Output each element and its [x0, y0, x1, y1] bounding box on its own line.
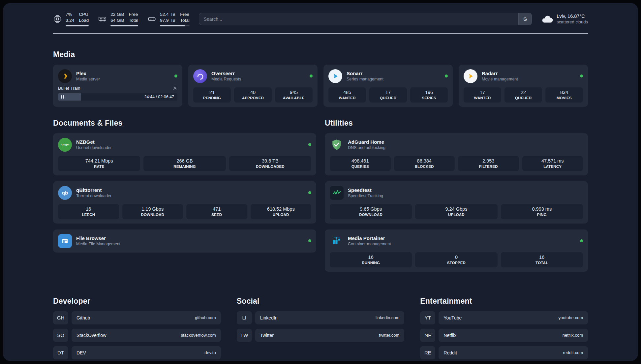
app-title: Overseerr	[211, 71, 241, 76]
divider	[53, 33, 588, 34]
stat-label: LEECH	[59, 213, 118, 217]
bookmark-row: DT DEV dev.to	[53, 346, 221, 359]
nzbget-card[interactable]: nzbget NZBGet Usenet downloader 744.21 M…	[53, 133, 316, 175]
ram-icon	[98, 15, 107, 23]
search-input[interactable]	[199, 13, 519, 25]
stat-label: LATENCY	[524, 165, 582, 168]
plex-icon	[58, 69, 72, 83]
cpu-usage-label: CPU	[79, 12, 89, 17]
stat-label: RATE	[59, 165, 139, 168]
bookmark-link-linkedin[interactable]: LinkedIn linkedin.com	[255, 311, 405, 324]
hard-drive-icon	[147, 15, 156, 23]
memory-total-value: 64 GiB	[110, 18, 124, 23]
overseerr-icon	[193, 69, 207, 83]
stat-tile: 1.19 Gbps DOWNLOAD	[122, 204, 183, 219]
stat-tile: 266 GB REMAINING	[143, 156, 226, 171]
bookmark-abbr: GH	[53, 311, 68, 324]
disk-usage-bar	[160, 25, 190, 26]
settings-gear-icon[interactable]	[172, 86, 177, 91]
stat-label: STOPPED	[416, 261, 496, 265]
bookmark-url: netflix.com	[563, 333, 583, 338]
top-bar: 7% 3.24 CPU Load	[53, 12, 588, 26]
cpu-load-label: Load	[79, 18, 89, 23]
search-engine-button[interactable]: G	[518, 13, 532, 25]
bookmark-row: LI LinkedIn linkedin.com	[237, 311, 405, 324]
status-dot	[308, 143, 311, 146]
bookmark-abbr: TW	[237, 329, 252, 342]
bookmark-url: github.com	[195, 315, 216, 320]
stat-value: 945	[276, 90, 311, 95]
speedtest-card[interactable]: Speedtest Speedtest Tracking 9.65 Gbps D…	[325, 181, 588, 224]
stat-value: 86,384	[395, 158, 454, 164]
stat-tile: 16 LEECH	[58, 204, 119, 219]
status-dot	[580, 239, 583, 242]
bookmark-link-dev[interactable]: DEV dev.to	[72, 346, 221, 359]
bookmarks-entertainment: Entertainment YT YouTube youtube.com NF …	[420, 297, 588, 361]
stat-tile: 2,953 FILTERED	[458, 156, 519, 171]
stat-label: DOWNLOAD	[331, 213, 411, 217]
bookmark-abbr: SO	[53, 329, 68, 342]
qbittorrent-card[interactable]: qb qBittorrent Torrent downloader 16 LEE…	[53, 181, 316, 224]
app-title: Sonarr	[347, 71, 383, 76]
portainer-card[interactable]: Media Portainer Container management 16 …	[325, 229, 588, 272]
bookmark-link-youtube[interactable]: YouTube youtube.com	[439, 311, 588, 324]
disk-widget: 52.4 TB 97.9 TB Free Total	[147, 12, 190, 26]
app-subtitle: Series management	[347, 77, 383, 81]
section-documents: Documents & Files nzbget NZBGet Usenet d…	[53, 119, 316, 278]
plex-card[interactable]: Plex Media server Bullet Train	[53, 65, 182, 107]
portainer-crane-icon	[330, 234, 344, 248]
stat-value: 0	[416, 255, 496, 260]
stat-value: 196	[412, 90, 446, 95]
cpu-usage-bar	[66, 25, 89, 26]
app-subtitle: Media File Management	[76, 242, 120, 246]
stat-tile: 86,384 BLOCKED	[394, 156, 455, 171]
status-dot	[308, 191, 311, 194]
app-title: Media Portainer	[348, 235, 391, 241]
weather-widget: Lviv, 16.87°C scattered clouds	[541, 14, 588, 24]
section-media: Media Plex Media server	[53, 50, 588, 107]
adguard-card[interactable]: AdGuard Home DNS and adblocking 498,461 …	[325, 133, 588, 175]
stat-value: 17	[465, 90, 500, 95]
bookmark-abbr: LI	[237, 311, 252, 324]
stat-value: 744.21 Mbps	[59, 158, 139, 164]
status-dot	[308, 239, 311, 242]
nzbget-logo-text: nzbget	[61, 143, 69, 146]
stat-label: APPROVED	[235, 96, 270, 100]
bookmark-url: dev.to	[204, 350, 216, 355]
sonarr-card[interactable]: Sonarr Series management 485 WANTED 17 Q…	[323, 65, 453, 107]
bookmark-link-netflix[interactable]: Netflix netflix.com	[439, 329, 588, 342]
pause-button[interactable]	[61, 95, 64, 99]
dashboard-panel: 7% 3.24 CPU Load	[3, 3, 638, 361]
filebrowser-card[interactable]: File Browser Media File Management	[53, 229, 316, 253]
bookmarks-social: Social LI LinkedIn linkedin.com TW Twitt…	[237, 297, 405, 346]
stat-label: DOWNLOADED	[230, 165, 310, 168]
stat-value: 9.65 Gbps	[331, 206, 411, 212]
disk-total-label: Total	[180, 18, 190, 23]
stat-value: 9.24 Gbps	[416, 206, 496, 212]
stat-value: 16	[502, 255, 582, 260]
stat-tile: 16 RUNNING	[330, 252, 412, 267]
qbittorrent-logo-text: qb	[62, 190, 68, 196]
bookmark-link-github[interactable]: Github github.com	[72, 311, 221, 324]
overseerr-card[interactable]: Overseerr Media Requests 21 PENDING 40 A…	[188, 65, 318, 107]
bookmark-link-twitter[interactable]: Twitter twitter.com	[255, 329, 405, 342]
radarr-card[interactable]: Radarr Movie management 17 WANTED 22 QUE…	[459, 65, 588, 107]
speedtest-waveform-icon	[330, 186, 344, 200]
stat-label: AVAILABLE	[276, 96, 311, 100]
stat-value: 17	[371, 90, 406, 95]
stat-value: 834	[547, 90, 582, 95]
stat-tile: 40 APPROVED	[234, 87, 272, 103]
playback-progress-bar[interactable]: 24:44 / 02:06:47	[58, 93, 177, 101]
stat-label: TOTAL	[502, 261, 582, 265]
stat-tile: 39.6 TB DOWNLOADED	[229, 156, 311, 171]
bookmark-link-stackoverflow[interactable]: StackOverflow stackoverflow.com	[72, 329, 221, 342]
bookmark-link-reddit[interactable]: Reddit reddit.com	[439, 346, 588, 359]
bookmark-name: StackOverflow	[76, 333, 106, 338]
stat-tile: 485 WANTED	[328, 87, 366, 103]
section-title-entertainment: Entertainment	[420, 297, 588, 306]
app-subtitle: Usenet downloader	[76, 145, 112, 150]
app-subtitle: Torrent downloader	[76, 194, 111, 198]
bookmark-url: youtube.com	[559, 315, 583, 320]
status-dot	[310, 75, 313, 77]
disk-free-value: 52.4 TB	[160, 12, 175, 17]
